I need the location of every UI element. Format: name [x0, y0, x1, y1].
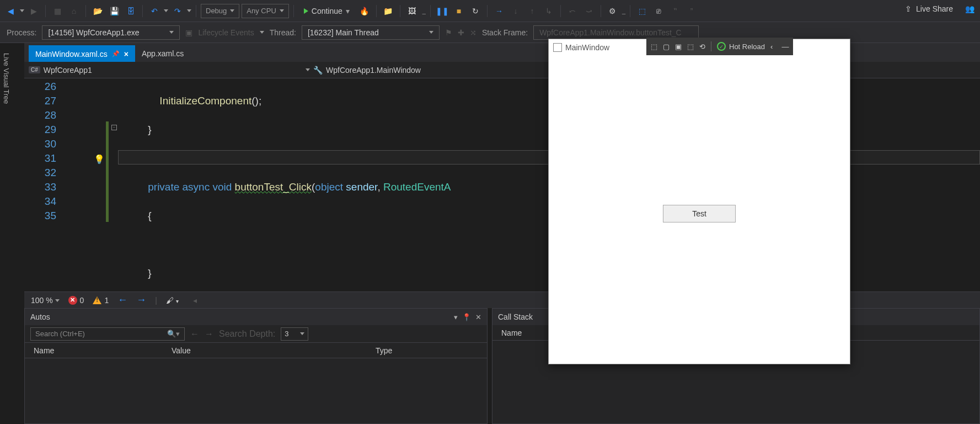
undo-dropdown-icon[interactable]	[164, 9, 168, 12]
play-icon	[304, 8, 308, 14]
redo-dropdown-icon[interactable]	[187, 9, 191, 12]
col-name[interactable]: Name	[34, 346, 172, 355]
track-focus-icon[interactable]: ▣	[675, 43, 682, 51]
col-type[interactable]: Type	[376, 346, 478, 355]
depth-input[interactable]: 3	[281, 327, 308, 341]
search-fwd-icon[interactable]: →	[205, 329, 213, 339]
continue-button[interactable]: Continue▾	[298, 4, 355, 18]
open-folder-icon[interactable]: 📂	[90, 4, 105, 18]
select-element-icon[interactable]: ⬚	[651, 43, 657, 51]
browser-icon[interactable]: 📁	[381, 4, 395, 18]
autos-table-header: Name Value Type	[25, 343, 487, 358]
step-into-icon[interactable]: ↓	[508, 4, 523, 18]
step-icon[interactable]: ↳	[542, 4, 556, 18]
search-icon: 🔍▾	[167, 330, 180, 338]
paintbrush-icon[interactable]: 🖌 ▾	[166, 296, 179, 305]
search-back-icon[interactable]: ←	[190, 329, 199, 339]
thread-dropdown[interactable]: [16232] Main Thread	[302, 25, 440, 40]
redo-arc-icon[interactable]: ⤻	[582, 4, 596, 18]
process-dropdown[interactable]: [14156] WpfCoreApp1.exe	[42, 25, 180, 40]
autos-search-input[interactable]: Search (Ctrl+E) 🔍▾	[30, 327, 185, 341]
nav-back-icon[interactable]: ◀	[3, 4, 18, 18]
lightbulb-icon[interactable]: 💡	[94, 152, 105, 167]
new-file-icon[interactable]: ▦	[50, 4, 65, 18]
lifecycle-label[interactable]: Lifecycle Events	[198, 28, 254, 37]
next-issue-icon[interactable]: →	[136, 294, 146, 306]
hot-reload-icon[interactable]: 🔥	[357, 4, 372, 18]
pause-icon[interactable]: ❚❚	[435, 4, 449, 18]
step-over-icon[interactable]: →	[492, 4, 506, 18]
crumb-class[interactable]: 🔧 WpfCoreApp1.MainWindow	[313, 66, 421, 75]
settings-icon[interactable]: ⚙	[606, 4, 620, 18]
restart-icon[interactable]: ↻	[468, 4, 483, 18]
undo-icon[interactable]: ↶	[147, 4, 162, 18]
wrench-icon: 🔧	[313, 66, 323, 75]
tab-appxaml[interactable]: App.xaml.cs	[135, 45, 190, 62]
hot-reload-status[interactable]: ✓ Hot Reload	[717, 42, 765, 51]
warning-icon	[93, 296, 101, 304]
live-visual-tree-tab[interactable]: Live Visual Tree	[0, 49, 13, 108]
pin-icon[interactable]: 📌	[112, 50, 120, 57]
close-icon[interactable]: ×	[124, 50, 128, 59]
errors-badge[interactable]: ✕0	[68, 296, 84, 305]
line-gutter: 26272829303132333435	[24, 78, 64, 292]
thread-label: Thread:	[270, 28, 296, 37]
csharp-badge: C#	[29, 66, 40, 73]
process-label: Process:	[7, 28, 36, 37]
platform-dropdown[interactable]: Any CPU	[242, 4, 288, 18]
test-button[interactable]: Test	[663, 205, 736, 222]
warnings-badge[interactable]: 1	[93, 296, 109, 305]
nav-forward-icon: ▶	[26, 4, 41, 18]
app-icon	[553, 43, 562, 52]
flag-filter-icon[interactable]: ⚑	[445, 28, 452, 37]
zoom-level[interactable]: 100 %	[31, 296, 60, 305]
redo-icon[interactable]: ↷	[170, 4, 185, 18]
live-share[interactable]: ⇪ Live Share 👥	[905, 4, 974, 13]
pin-panel-icon[interactable]: 📍	[462, 313, 471, 321]
error-icon: ✕	[68, 296, 77, 305]
crumb-project[interactable]: C# WpfCoreApp1	[29, 66, 310, 75]
stop-icon[interactable]: ■	[452, 4, 466, 18]
save-icon[interactable]: 💾	[107, 4, 121, 18]
undo-arc-icon[interactable]: ⤺	[565, 4, 580, 18]
shuffle-icon[interactable]: ⤭	[470, 28, 476, 37]
layout-adorners-icon[interactable]: ▢	[663, 43, 670, 51]
share-icon: ⇪	[905, 4, 912, 13]
stackframe-label: Stack Frame:	[482, 28, 528, 37]
quotes-l-icon[interactable]: ‟	[668, 4, 682, 18]
callstack-title: Call Stack	[498, 312, 533, 321]
nav-back-dropdown-icon[interactable]	[20, 9, 24, 12]
code-text[interactable]: InitializeComponent(); } private async v…	[64, 78, 451, 292]
change-indicator	[106, 121, 109, 222]
autos-title: Autos	[30, 312, 50, 321]
config-dropdown[interactable]: Debug	[201, 4, 239, 18]
quotes-r-icon[interactable]: ”	[684, 4, 699, 18]
autos-panel: Autos ▾ 📍 ✕ Search (Ctrl+E) 🔍▾ ← → Searc…	[24, 308, 488, 424]
prev-issue-icon[interactable]: ←	[117, 294, 127, 306]
close-panel-icon[interactable]: ✕	[475, 313, 481, 321]
window-layout-icon[interactable]: ⬚	[635, 4, 649, 18]
picture-icon[interactable]: 🖼	[405, 4, 419, 18]
goto-xaml-icon[interactable]: ⬚	[687, 43, 694, 51]
check-icon: ✓	[717, 42, 726, 51]
lifecycle-icon[interactable]: ▣	[185, 28, 192, 37]
col-value[interactable]: Value	[172, 346, 376, 355]
scroll-left-icon[interactable]: ◂	[193, 296, 197, 305]
cs-col-name[interactable]: Name	[501, 328, 522, 337]
collapse-left-icon[interactable]: ‹	[770, 43, 773, 51]
step-out-icon[interactable]: ↑	[525, 4, 539, 18]
xaml-overlay-toolbar[interactable]: ⬚ ▢ ▣ ⬚ ⟲ ✓ Hot Reload ‹ —	[646, 38, 793, 55]
tab-mainwindow[interactable]: MainWindow.xaml.cs 📌 ×	[29, 45, 135, 62]
fold-toggle-icon[interactable]: −	[111, 125, 117, 130]
panel-dropdown-icon[interactable]: ▾	[454, 313, 458, 321]
running-app-window[interactable]: MainWindow Test	[548, 39, 850, 364]
thread-filter-icon[interactable]: ✚	[458, 28, 464, 37]
minimize-icon[interactable]: —	[781, 43, 789, 51]
code-layout-icon[interactable]: ⎚	[651, 4, 666, 18]
binding-icon[interactable]: ⟲	[699, 43, 705, 51]
home-icon[interactable]: ⌂	[67, 4, 81, 18]
save-all-icon[interactable]: 🗄	[124, 4, 138, 18]
depth-label: Search Depth:	[219, 329, 275, 339]
user-group-icon[interactable]: 👥	[965, 4, 974, 13]
main-toolbar: ◀ ▶ ▦ ⌂ 📂 💾 🗄 ↶ ↷ Debug Any CPU Continue…	[0, 0, 980, 22]
